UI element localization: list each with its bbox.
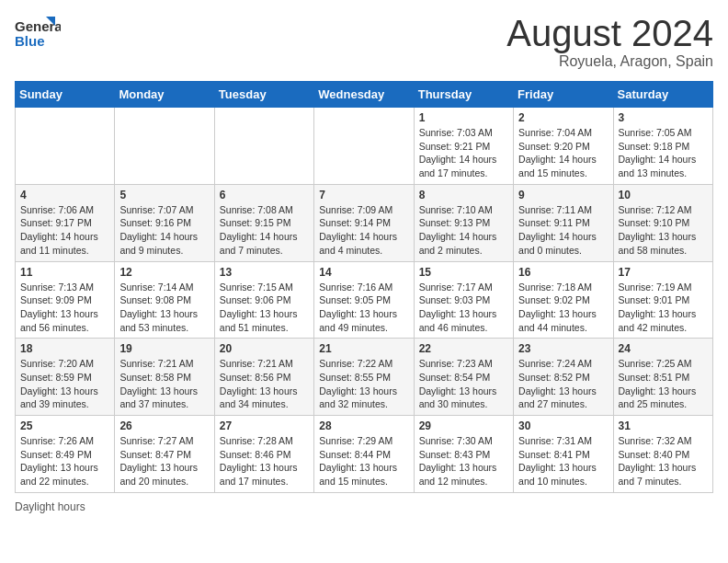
day-info-21: Sunrise: 7:22 AMSunset: 8:55 PMDaylight:… — [319, 357, 408, 411]
day-info-11: Sunrise: 7:13 AMSunset: 9:09 PMDaylight:… — [20, 281, 109, 335]
day-info-28: Sunrise: 7:29 AMSunset: 8:44 PMDaylight:… — [319, 434, 408, 488]
day-number-6: 6 — [220, 189, 309, 201]
day-number-31: 31 — [619, 419, 708, 432]
day-number-30: 30 — [518, 419, 608, 432]
day-number-5: 5 — [119, 189, 209, 201]
cell-w0-d3 — [314, 108, 414, 185]
day-number-3: 3 — [619, 111, 708, 124]
cell-w1-d4: 8Sunrise: 7:10 AMSunset: 9:13 PMDaylight… — [414, 184, 513, 261]
day-info-17: Sunrise: 7:19 AMSunset: 9:01 PMDaylight:… — [619, 281, 708, 335]
cell-w2-d1: 12Sunrise: 7:14 AMSunset: 9:08 PMDayligh… — [115, 261, 214, 339]
day-number-16: 16 — [518, 266, 608, 279]
day-info-6: Sunrise: 7:08 AMSunset: 9:15 PMDaylight:… — [220, 203, 309, 258]
week-row-0: 1Sunrise: 7:03 AMSunset: 9:21 PMDaylight… — [16, 108, 713, 185]
day-number-20: 20 — [220, 342, 309, 355]
cell-w0-d1 — [115, 108, 214, 185]
day-info-4: Sunrise: 7:06 AMSunset: 9:17 PMDaylight:… — [20, 203, 109, 258]
day-number-26: 26 — [119, 419, 209, 432]
cell-w2-d2: 13Sunrise: 7:15 AMSunset: 9:06 PMDayligh… — [214, 261, 313, 339]
day-number-27: 27 — [220, 419, 309, 432]
cell-w4-d2: 27Sunrise: 7:28 AMSunset: 8:46 PMDayligh… — [214, 416, 313, 493]
day-number-19: 19 — [119, 342, 209, 355]
cell-w1-d2: 6Sunrise: 7:08 AMSunset: 9:15 PMDaylight… — [214, 184, 313, 261]
day-number-28: 28 — [319, 419, 408, 432]
day-number-1: 1 — [419, 111, 508, 124]
day-number-11: 11 — [20, 266, 109, 279]
week-row-1: 4Sunrise: 7:06 AMSunset: 9:17 PMDaylight… — [16, 184, 713, 261]
cell-w1-d5: 9Sunrise: 7:11 AMSunset: 9:11 PMDaylight… — [514, 184, 613, 261]
cell-w0-d6: 3Sunrise: 7:05 AMSunset: 9:18 PMDaylight… — [613, 108, 712, 185]
day-number-24: 24 — [619, 342, 708, 355]
day-number-15: 15 — [419, 266, 508, 279]
day-number-10: 10 — [619, 189, 708, 201]
day-number-9: 9 — [518, 189, 608, 201]
cell-w3-d5: 23Sunrise: 7:24 AMSunset: 8:52 PMDayligh… — [514, 339, 613, 416]
day-info-23: Sunrise: 7:24 AMSunset: 8:52 PMDaylight:… — [518, 357, 608, 411]
cell-w1-d1: 5Sunrise: 7:07 AMSunset: 9:16 PMDaylight… — [115, 184, 214, 261]
month-title: August 2024 — [506, 15, 713, 52]
day-info-12: Sunrise: 7:14 AMSunset: 9:08 PMDaylight:… — [119, 281, 209, 335]
cell-w4-d6: 31Sunrise: 7:32 AMSunset: 8:40 PMDayligh… — [613, 416, 712, 493]
cell-w3-d1: 19Sunrise: 7:21 AMSunset: 8:58 PMDayligh… — [115, 339, 214, 416]
day-info-29: Sunrise: 7:30 AMSunset: 8:43 PMDaylight:… — [419, 434, 508, 488]
cell-w2-d4: 15Sunrise: 7:17 AMSunset: 9:03 PMDayligh… — [414, 261, 513, 339]
cell-w3-d3: 21Sunrise: 7:22 AMSunset: 8:55 PMDayligh… — [314, 339, 414, 416]
day-number-18: 18 — [20, 342, 109, 355]
footer-note: Daylight hours — [15, 500, 713, 513]
cell-w4-d4: 29Sunrise: 7:30 AMSunset: 8:43 PMDayligh… — [414, 416, 513, 493]
location-title: Royuela, Aragon, Spain — [506, 53, 713, 70]
cell-w4-d5: 30Sunrise: 7:31 AMSunset: 8:41 PMDayligh… — [514, 416, 613, 493]
header-thursday: Thursday — [414, 82, 513, 108]
day-number-13: 13 — [220, 266, 309, 279]
day-info-2: Sunrise: 7:04 AMSunset: 9:20 PMDaylight:… — [518, 126, 608, 180]
day-number-21: 21 — [319, 342, 408, 355]
day-info-18: Sunrise: 7:20 AMSunset: 8:59 PMDaylight:… — [20, 357, 109, 411]
cell-w0-d4: 1Sunrise: 7:03 AMSunset: 9:21 PMDaylight… — [414, 108, 513, 185]
day-number-4: 4 — [20, 189, 109, 201]
calendar-table: SundayMondayTuesdayWednesdayThursdayFrid… — [15, 81, 713, 493]
cell-w3-d2: 20Sunrise: 7:21 AMSunset: 8:56 PMDayligh… — [214, 339, 313, 416]
day-info-5: Sunrise: 7:07 AMSunset: 9:16 PMDaylight:… — [119, 203, 209, 258]
cell-w4-d3: 28Sunrise: 7:29 AMSunset: 8:44 PMDayligh… — [314, 416, 414, 493]
cell-w2-d5: 16Sunrise: 7:18 AMSunset: 9:02 PMDayligh… — [514, 261, 613, 339]
week-row-2: 11Sunrise: 7:13 AMSunset: 9:09 PMDayligh… — [16, 261, 713, 339]
logo: General Blue — [15, 15, 61, 56]
cell-w2-d3: 14Sunrise: 7:16 AMSunset: 9:05 PMDayligh… — [314, 261, 414, 339]
day-info-13: Sunrise: 7:15 AMSunset: 9:06 PMDaylight:… — [220, 281, 309, 335]
day-number-14: 14 — [319, 266, 408, 279]
cell-w4-d1: 26Sunrise: 7:27 AMSunset: 8:47 PMDayligh… — [115, 416, 214, 493]
day-info-8: Sunrise: 7:10 AMSunset: 9:13 PMDaylight:… — [419, 203, 508, 258]
cell-w2-d0: 11Sunrise: 7:13 AMSunset: 9:09 PMDayligh… — [16, 261, 115, 339]
cell-w3-d6: 24Sunrise: 7:25 AMSunset: 8:51 PMDayligh… — [613, 339, 712, 416]
day-number-23: 23 — [518, 342, 608, 355]
header-wednesday: Wednesday — [314, 82, 414, 108]
day-info-3: Sunrise: 7:05 AMSunset: 9:18 PMDaylight:… — [619, 126, 708, 180]
cell-w1-d0: 4Sunrise: 7:06 AMSunset: 9:17 PMDaylight… — [16, 184, 115, 261]
day-number-25: 25 — [20, 419, 109, 432]
cell-w0-d0 — [16, 108, 115, 185]
header-saturday: Saturday — [613, 82, 712, 108]
header: General Blue August 2024 Royuela, Aragon… — [15, 15, 713, 70]
header-friday: Friday — [514, 82, 613, 108]
day-number-2: 2 — [518, 111, 608, 124]
header-sunday: Sunday — [16, 82, 115, 108]
day-info-30: Sunrise: 7:31 AMSunset: 8:41 PMDaylight:… — [518, 434, 608, 488]
day-info-7: Sunrise: 7:09 AMSunset: 9:14 PMDaylight:… — [319, 203, 408, 258]
header-monday: Monday — [115, 82, 214, 108]
day-info-22: Sunrise: 7:23 AMSunset: 8:54 PMDaylight:… — [419, 357, 508, 411]
cell-w3-d0: 18Sunrise: 7:20 AMSunset: 8:59 PMDayligh… — [16, 339, 115, 416]
cell-w0-d2 — [214, 108, 313, 185]
day-number-8: 8 — [419, 189, 508, 201]
day-number-12: 12 — [119, 266, 209, 279]
week-row-3: 18Sunrise: 7:20 AMSunset: 8:59 PMDayligh… — [16, 339, 713, 416]
day-info-31: Sunrise: 7:32 AMSunset: 8:40 PMDaylight:… — [619, 434, 708, 488]
day-info-20: Sunrise: 7:21 AMSunset: 8:56 PMDaylight:… — [220, 357, 309, 411]
cell-w3-d4: 22Sunrise: 7:23 AMSunset: 8:54 PMDayligh… — [414, 339, 513, 416]
day-info-16: Sunrise: 7:18 AMSunset: 9:02 PMDaylight:… — [518, 281, 608, 335]
day-info-14: Sunrise: 7:16 AMSunset: 9:05 PMDaylight:… — [319, 281, 408, 335]
daylight-hours-label: Daylight hours — [15, 500, 85, 513]
day-info-24: Sunrise: 7:25 AMSunset: 8:51 PMDaylight:… — [619, 357, 708, 411]
day-number-17: 17 — [619, 266, 708, 279]
days-header-row: SundayMondayTuesdayWednesdayThursdayFrid… — [16, 82, 713, 108]
day-info-25: Sunrise: 7:26 AMSunset: 8:49 PMDaylight:… — [20, 434, 109, 488]
